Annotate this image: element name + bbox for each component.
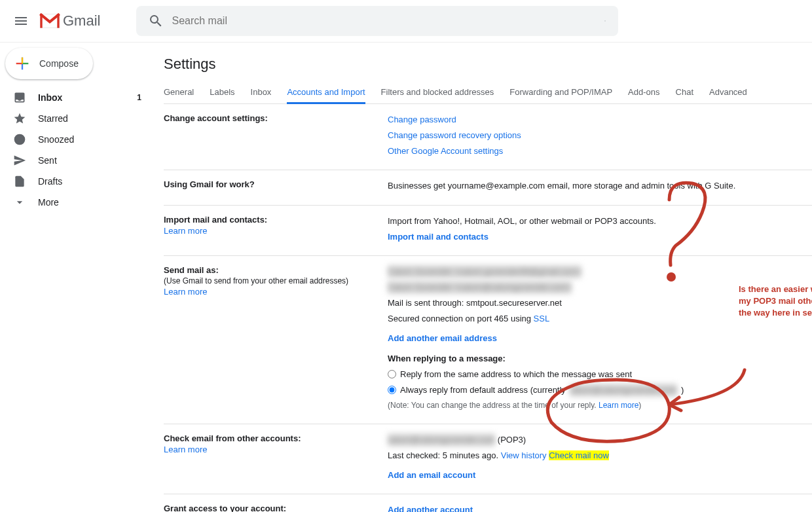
- reply-option-1[interactable]: Reply from the same address to which the…: [388, 368, 684, 381]
- settings-tabs: General Labels Inbox Accounts and Import…: [164, 82, 812, 104]
- nav-more[interactable]: More: [0, 192, 152, 213]
- nav-list: Inbox 1 Starred Snoozed Sent Drafts M: [0, 87, 152, 213]
- search-icon: [148, 13, 164, 29]
- search-input[interactable]: [170, 14, 597, 27]
- gsuite-text: Businesses get yourname@example.com emai…: [388, 179, 735, 192]
- section-title: Grant access to your account:: [164, 503, 388, 512]
- caret-down-icon: [604, 15, 606, 27]
- inbox-count: 1: [137, 93, 141, 102]
- mail-through: Mail is sent through: smtpout.secureserv…: [388, 297, 684, 310]
- section-title: Change account settings:: [164, 113, 388, 123]
- nav-drafts[interactable]: Drafts: [0, 171, 152, 192]
- section-grant-access: Grant access to your account: (Allow oth…: [164, 494, 812, 512]
- svg-rect-2: [57, 14, 59, 27]
- radio-input[interactable]: [388, 370, 396, 378]
- tab-filters[interactable]: Filters and blocked addresses: [381, 82, 494, 103]
- plus-icon: [13, 54, 31, 73]
- gmail-logo[interactable]: Gmail: [39, 12, 100, 29]
- ssl-link[interactable]: SSL: [534, 314, 550, 323]
- radio-input[interactable]: [388, 386, 396, 394]
- tab-advanced[interactable]: Advanced: [709, 82, 747, 103]
- section-import: Import mail and contacts: Learn more Imp…: [164, 206, 812, 256]
- change-password-link[interactable]: Change password: [388, 115, 456, 124]
- import-text: Import from Yahoo!, Hotmail, AOL, or oth…: [388, 215, 656, 228]
- tab-forwarding[interactable]: Forwarding and POP/IMAP: [509, 82, 612, 103]
- check-mail-now-link[interactable]: Check mail now: [549, 450, 609, 460]
- section-title: Check email from other accounts:: [164, 433, 388, 443]
- view-history-link[interactable]: View history: [501, 450, 547, 460]
- annotation-text: Is there an easier way to ask gmail to c…: [739, 283, 812, 320]
- search-options-button[interactable]: [597, 13, 613, 29]
- nav-starred[interactable]: Starred: [0, 108, 152, 129]
- section-send-as: Send mail as: (Use Gmail to send from yo…: [164, 256, 812, 424]
- star-icon: [13, 112, 26, 125]
- main-panel: Settings General Labels Inbox Accounts a…: [152, 43, 812, 512]
- svg-rect-1: [40, 14, 42, 27]
- compose-label: Compose: [39, 58, 79, 69]
- section-gmail-work: Using Gmail for work? Businesses get you…: [164, 170, 812, 205]
- learn-more-link[interactable]: Learn more: [164, 226, 207, 236]
- hamburger-icon: [13, 13, 29, 29]
- section-sub: (Use Gmail to send from your other email…: [164, 276, 388, 285]
- import-contacts-link[interactable]: Import mail and contacts: [388, 232, 489, 242]
- reply-title: When replying to a message:: [388, 354, 506, 363]
- app-body: Compose Inbox 1 Starred Snoozed Sent: [0, 43, 812, 512]
- section-check-email: Check email from other accounts: Learn m…: [164, 424, 812, 494]
- redacted-email: calum@calumgovender.com: [388, 433, 495, 447]
- sidebar: Compose Inbox 1 Starred Snoozed Sent: [0, 43, 152, 512]
- section-title: Using Gmail for work?: [164, 179, 388, 189]
- tab-chat[interactable]: Chat: [676, 82, 693, 103]
- redacted-email: calum@calumgovender.com: [570, 384, 677, 397]
- learn-more-link[interactable]: Learn more: [164, 445, 207, 454]
- clock-icon: [13, 133, 26, 146]
- hamburger-menu-button[interactable]: [5, 5, 37, 37]
- other-settings-link[interactable]: Other Google Account settings: [388, 146, 503, 156]
- tab-addons[interactable]: Add-ons: [628, 82, 659, 103]
- tab-accounts-import[interactable]: Accounts and Import: [287, 82, 365, 104]
- section-change-account: Change account settings: Change password…: [164, 104, 812, 170]
- reply-option-2[interactable]: Always reply from default address (curre…: [388, 384, 684, 397]
- compose-button[interactable]: Compose: [5, 48, 93, 79]
- add-email-link[interactable]: Add another email address: [388, 333, 497, 343]
- app-header: Gmail: [0, 0, 812, 43]
- section-title: Import mail and contacts:: [164, 215, 388, 225]
- tab-general[interactable]: General: [164, 82, 194, 103]
- send-icon: [13, 154, 26, 167]
- file-icon: [13, 175, 26, 188]
- search-bar[interactable]: [136, 6, 618, 36]
- add-account-link[interactable]: Add an email account: [388, 470, 475, 480]
- gmail-logo-icon: [39, 13, 60, 29]
- inbox-icon: [13, 91, 26, 104]
- nav-sent[interactable]: Sent: [0, 150, 152, 171]
- chevron-down-icon: [13, 196, 26, 209]
- tab-labels[interactable]: Labels: [210, 82, 234, 103]
- logo-text: Gmail: [63, 12, 100, 29]
- tab-inbox[interactable]: Inbox: [251, 82, 272, 103]
- learn-more-link[interactable]: Learn more: [164, 287, 207, 297]
- add-another-account-link[interactable]: Add another account: [388, 505, 473, 512]
- nav-inbox[interactable]: Inbox 1: [0, 87, 152, 108]
- redacted-email: Calum Govender <calum.govender99@gmail.c…: [388, 265, 581, 278]
- learn-more-link[interactable]: Learn more: [599, 401, 638, 410]
- redacted-email: Calum Govender <calum@calumgovender.com>: [388, 281, 572, 294]
- section-title: Send mail as:: [164, 265, 388, 275]
- recovery-options-link[interactable]: Change password recovery options: [388, 130, 521, 140]
- page-title: Settings: [164, 56, 812, 73]
- nav-snoozed[interactable]: Snoozed: [0, 129, 152, 150]
